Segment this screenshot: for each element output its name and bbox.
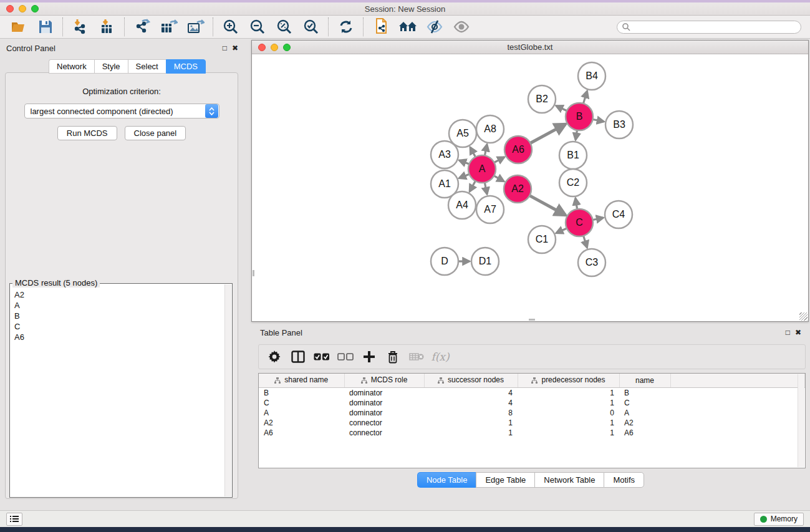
table-cell[interactable]: B: [259, 387, 344, 398]
table-row[interactable]: A2connector11A2: [259, 418, 805, 428]
mcds-result-item[interactable]: B: [11, 311, 224, 321]
add-column-icon[interactable]: [359, 347, 380, 366]
graph-node-D[interactable]: D: [431, 248, 458, 275]
graph-node-A7[interactable]: A7: [476, 196, 504, 223]
tab-motifs[interactable]: Motifs: [604, 472, 644, 488]
column-header[interactable]: successor nodes: [424, 374, 518, 387]
table-cell[interactable]: A: [619, 408, 670, 418]
graph-node-A8[interactable]: A8: [476, 115, 504, 143]
zoom-out-icon[interactable]: [244, 16, 271, 37]
delete-column-icon[interactable]: [382, 347, 403, 366]
export-image-icon[interactable]: [182, 16, 209, 37]
table-cell[interactable]: connector: [344, 418, 424, 428]
graph-node-C3[interactable]: C3: [578, 249, 605, 276]
close-panel-icon[interactable]: ✖: [232, 44, 238, 52]
table-cell[interactable]: dominator: [344, 408, 424, 418]
table-cell[interactable]: B: [619, 387, 670, 398]
import-network-file-icon[interactable]: [67, 16, 94, 37]
column-header[interactable]: name: [619, 374, 670, 387]
zoom-selected-icon[interactable]: [297, 16, 324, 37]
table-cell[interactable]: connector: [344, 428, 424, 438]
column-header[interactable]: predecessor nodes: [518, 374, 619, 387]
graph-node-C[interactable]: C: [566, 209, 593, 236]
tab-select[interactable]: Select: [128, 59, 166, 74]
open-session-icon[interactable]: [5, 16, 32, 37]
network-from-selection-icon[interactable]: [367, 16, 394, 37]
task-history-button[interactable]: [6, 513, 22, 526]
graph-node-A4[interactable]: A4: [448, 191, 476, 219]
export-network-icon[interactable]: [128, 16, 155, 37]
zoom-fit-icon[interactable]: [271, 16, 297, 37]
table-cell[interactable]: 0: [518, 408, 619, 418]
graph-node-B1[interactable]: B1: [559, 142, 587, 169]
table-row[interactable]: Cdominator41C: [259, 398, 805, 408]
show-all-icon[interactable]: [448, 16, 475, 37]
table-cell[interactable]: C: [259, 398, 344, 408]
table-cell[interactable]: 1: [424, 418, 518, 428]
graph-node-C1[interactable]: C1: [528, 226, 556, 253]
memory-button[interactable]: Memory: [754, 513, 804, 526]
table-cell[interactable]: C: [619, 398, 670, 408]
mcds-result-item[interactable]: A: [11, 300, 224, 311]
network-canvas[interactable]: B4B2BB3A8A5A6B1A3AC2A1A2A4A7C4CC1C3DD1: [253, 55, 808, 321]
table-scrollbar[interactable]: [798, 374, 804, 467]
column-header[interactable]: shared name: [259, 374, 344, 387]
column-layout-icon[interactable]: [287, 347, 309, 366]
zoom-in-icon[interactable]: [217, 16, 244, 37]
table-cell[interactable]: 1: [518, 387, 619, 398]
table-cell[interactable]: A6: [619, 428, 670, 438]
table-cell[interactable]: dominator: [344, 387, 424, 398]
close-table-panel-icon[interactable]: ✖: [795, 329, 801, 336]
close-panel-button[interactable]: Close panel: [125, 126, 186, 140]
table-cell[interactable]: 4: [424, 398, 518, 408]
search-input[interactable]: [630, 22, 796, 31]
table-cell[interactable]: 1: [518, 428, 619, 438]
tab-node-table[interactable]: Node Table: [417, 472, 476, 488]
network-window-titlebar[interactable]: testGlobe.txt: [252, 41, 808, 54]
graph-edge-A2-C[interactable]: [529, 195, 566, 215]
tab-edge-table[interactable]: Edge Table: [476, 472, 534, 488]
table-cell[interactable]: A2: [619, 418, 670, 428]
graph-node-C2[interactable]: C2: [559, 169, 587, 196]
first-neighbors-icon[interactable]: [394, 16, 421, 37]
hide-selected-icon[interactable]: [421, 16, 448, 37]
run-mcds-button[interactable]: Run MCDS: [57, 126, 117, 140]
graph-node-D1[interactable]: D1: [471, 248, 499, 275]
tab-network[interactable]: Network: [49, 59, 94, 74]
graph-node-B3[interactable]: B3: [605, 111, 633, 138]
import-table-file-icon[interactable]: [94, 16, 120, 37]
table-row[interactable]: A6connector11A6: [259, 428, 805, 438]
table-cell[interactable]: 1: [518, 398, 619, 408]
search-field[interactable]: [617, 21, 801, 34]
tab-style[interactable]: Style: [94, 59, 128, 74]
graph-edge-B-B4[interactable]: [583, 91, 587, 105]
graph-node-B2[interactable]: B2: [528, 85, 556, 113]
window-resize-grip[interactable]: [799, 312, 808, 321]
graph-node-A2[interactable]: A2: [504, 175, 531, 203]
node-table[interactable]: shared nameMCDS rolesuccessor nodesprede…: [258, 373, 806, 468]
table-cell[interactable]: A6: [259, 428, 344, 438]
mcds-result-item[interactable]: A6: [11, 332, 224, 342]
table-cell[interactable]: 1: [424, 428, 518, 438]
float-table-panel-icon[interactable]: □: [786, 329, 790, 336]
table-row[interactable]: Bdominator41B: [259, 387, 805, 398]
tab-network-table[interactable]: Network Table: [534, 472, 604, 488]
mcds-result-list[interactable]: A2ABCA6: [11, 284, 224, 496]
column-header[interactable]: MCDS role: [344, 374, 424, 387]
mcds-list-scrollbar[interactable]: [224, 284, 231, 496]
table-cell[interactable]: 4: [424, 387, 518, 398]
mcds-result-item[interactable]: C: [11, 321, 224, 332]
graph-node-C4[interactable]: C4: [605, 201, 632, 228]
table-cell[interactable]: dominator: [344, 398, 424, 408]
export-table-icon[interactable]: [155, 16, 182, 37]
table-cell[interactable]: 8: [424, 408, 518, 418]
mcds-result-item[interactable]: A2: [11, 289, 224, 300]
graph-node-A[interactable]: A: [468, 155, 496, 183]
graph-node-A6[interactable]: A6: [504, 136, 532, 163]
graph-node-B4[interactable]: B4: [578, 62, 605, 90]
select-all-columns-icon[interactable]: [311, 347, 332, 366]
table-cell[interactable]: A: [259, 408, 344, 418]
deselect-all-columns-icon[interactable]: [335, 347, 356, 366]
table-row[interactable]: Adominator80A: [259, 408, 805, 418]
table-cell[interactable]: A2: [259, 418, 344, 428]
